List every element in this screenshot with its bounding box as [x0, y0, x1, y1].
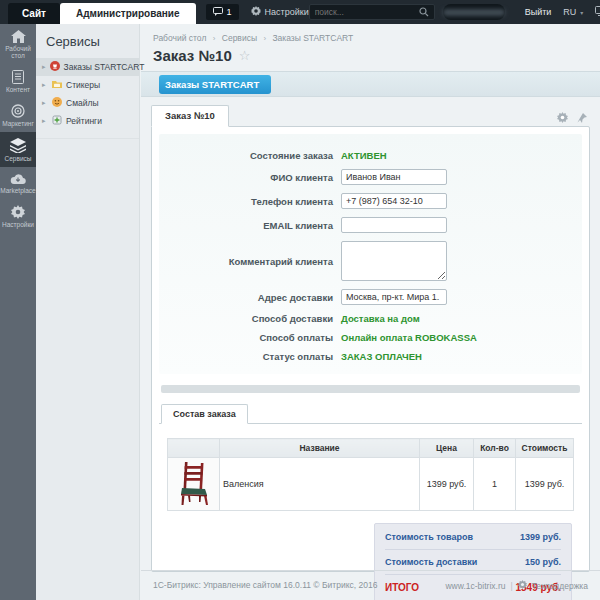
expand-arrow-icon[interactable]: ▸ — [42, 63, 46, 71]
gear-icon — [0, 205, 36, 219]
chevron-down-icon: ▾ — [580, 9, 583, 16]
order-tab-row: Заказ №10 — [151, 104, 590, 126]
footer-support-link[interactable]: Техподдержка — [532, 581, 588, 591]
rail-item-settings[interactable]: Настройки — [0, 199, 36, 233]
summary-delivery-label: Стоимость доставки — [385, 557, 477, 567]
pin-tab-icon[interactable] — [577, 109, 587, 127]
breadcrumb: Рабочий стол › Сервисы › Заказы STARTCAR… — [141, 24, 600, 46]
user-menu[interactable] — [443, 4, 505, 20]
order-state-value: АКТИВЕН — [341, 150, 387, 161]
notification-flag-icon — [213, 7, 223, 18]
delivery-address-input[interactable] — [341, 289, 447, 305]
field-label-order-state: Состояние заказа — [159, 150, 341, 161]
chair-image — [177, 461, 211, 505]
sidebar-title: Сервисы — [36, 34, 139, 58]
field-label-payment-status: Статус оплаты — [159, 351, 341, 362]
sidebar-item-stickers[interactable]: ▸ Стикеры — [36, 76, 139, 94]
main-content: Рабочий стол › Сервисы › Заказы STARTCAR… — [141, 24, 600, 600]
page-title: Заказ №10 — [153, 47, 232, 64]
stickers-icon — [52, 80, 62, 91]
footer-copyright: 1С-Битрикс: Управление сайтом 16.0.11 © … — [153, 580, 377, 591]
field-label-client-name: ФИО клиента — [159, 172, 341, 183]
language-selector[interactable]: RU ▾ — [563, 0, 583, 24]
product-name: Валенсия — [220, 458, 420, 511]
rail-item-desktop[interactable]: Рабочий стол — [0, 24, 36, 64]
tab-administration[interactable]: Администрирование — [60, 3, 196, 24]
field-label-client-comment: Комментарий клиента — [159, 256, 341, 267]
column-header-total: Стоимость — [516, 439, 574, 458]
column-header-price: Цена — [420, 439, 474, 458]
notifications-badge[interactable]: 1 — [206, 4, 239, 20]
user-name-blurred — [443, 9, 505, 16]
column-header-qty: Кол-во — [474, 439, 516, 458]
layers-icon — [0, 138, 36, 153]
field-label-client-email: EMAIL клиента — [159, 220, 341, 231]
client-email-input[interactable] — [341, 217, 447, 233]
breadcrumb-services[interactable]: Сервисы — [222, 33, 257, 43]
monitor-icon — [595, 6, 600, 18]
left-rail: Рабочий стол Контент Маркетинг Сервисы M… — [0, 24, 36, 600]
column-header-photo — [168, 439, 220, 458]
desktop-mode-button[interactable] — [595, 0, 600, 24]
cloud-icon — [0, 173, 36, 185]
expand-arrow-icon[interactable]: ▸ — [42, 81, 48, 89]
orders-icon — [50, 61, 60, 73]
footer-site-link[interactable]: www.1c-bitrix.ru — [445, 581, 505, 591]
top-bar: Сайт Администрирование 1 Настройки Выйти… — [0, 0, 600, 24]
rail-item-marketing[interactable]: Маркетинг — [0, 98, 36, 132]
rail-item-content[interactable]: Контент — [0, 64, 36, 98]
field-label-delivery-method: Способ доставки — [159, 313, 341, 324]
tab-site[interactable]: Сайт — [8, 3, 60, 24]
tab-order-10[interactable]: Заказ №10 — [151, 105, 229, 127]
field-label-payment-method: Способ оплаты — [159, 332, 341, 343]
breadcrumb-separator-icon: › — [213, 34, 216, 43]
product-image — [168, 458, 220, 511]
table-header-row: Название Цена Кол-во Стоимость — [168, 439, 574, 458]
order-detail-panel: Состояние заказа АКТИВЕН ФИО клиента Тел… — [151, 126, 590, 572]
target-icon — [0, 104, 36, 118]
navigation-strip: Заказы STARTCART — [141, 71, 600, 97]
document-icon — [0, 70, 36, 84]
client-name-input[interactable] — [341, 169, 447, 185]
payment-status-value: ЗАКАЗ ОПЛАЧЕН — [341, 351, 422, 362]
support-gear-icon — [518, 580, 527, 591]
product-total: 1399 руб. — [516, 458, 574, 511]
field-label-client-phone: Телефон клиента — [159, 196, 341, 207]
logout-button[interactable]: Выйти — [525, 0, 552, 24]
breadcrumb-desktop[interactable]: Рабочий стол — [153, 33, 206, 43]
home-icon — [0, 30, 36, 43]
tab-order-composition[interactable]: Состав заказа — [161, 404, 248, 424]
client-phone-input[interactable] — [341, 193, 447, 209]
breadcrumb-separator-icon: › — [263, 34, 266, 43]
expand-arrow-icon[interactable]: ▸ — [42, 117, 48, 125]
rail-item-services[interactable]: Сервисы — [0, 132, 36, 167]
delivery-method-value: Доставка на дом — [341, 313, 420, 324]
summary-delivery-value: 150 руб. — [525, 557, 561, 567]
summary-goods-value: 1399 руб. — [520, 532, 561, 542]
payment-method-value: Онлайн оплата ROBOKASSA — [341, 332, 477, 343]
ratings-icon — [52, 115, 62, 127]
back-to-orders-button[interactable]: Заказы STARTCART — [159, 75, 271, 94]
favorite-star-icon[interactable]: ☆ — [239, 48, 251, 63]
smiles-icon — [52, 97, 62, 109]
product-price: 1399 руб. — [420, 458, 474, 511]
search-icon[interactable] — [419, 3, 429, 21]
tab-settings-gear-icon[interactable] — [557, 109, 568, 127]
breadcrumb-orders[interactable]: Заказы STARTCART — [272, 33, 353, 43]
sidebar-item-orders-startcart[interactable]: ▸ Заказы STARTCART — [36, 58, 139, 76]
table-row: Валенсия 1399 руб. 1 1399 руб. — [168, 458, 574, 511]
search-box — [309, 4, 435, 20]
client-comment-textarea[interactable] — [341, 241, 447, 281]
search-input[interactable] — [315, 7, 419, 17]
page-footer: 1С-Битрикс: Управление сайтом 16.0.11 © … — [141, 570, 600, 600]
sidebar-item-ratings[interactable]: ▸ Рейтинги — [36, 112, 139, 130]
column-header-name: Название — [220, 439, 420, 458]
sidebar-item-smiles[interactable]: ▸ Смайлы — [36, 94, 139, 112]
expand-arrow-icon[interactable]: ▸ — [42, 99, 48, 107]
section-divider — [161, 385, 580, 393]
order-form: Состояние заказа АКТИВЕН ФИО клиента Тел… — [159, 134, 582, 374]
summary-goods-label: Стоимость товаров — [385, 532, 473, 542]
order-items-table: Название Цена Кол-во Стоимость — [167, 438, 574, 511]
rail-item-marketplace[interactable]: Marketplace — [0, 167, 36, 199]
settings-menu[interactable]: Настройки — [251, 0, 309, 24]
